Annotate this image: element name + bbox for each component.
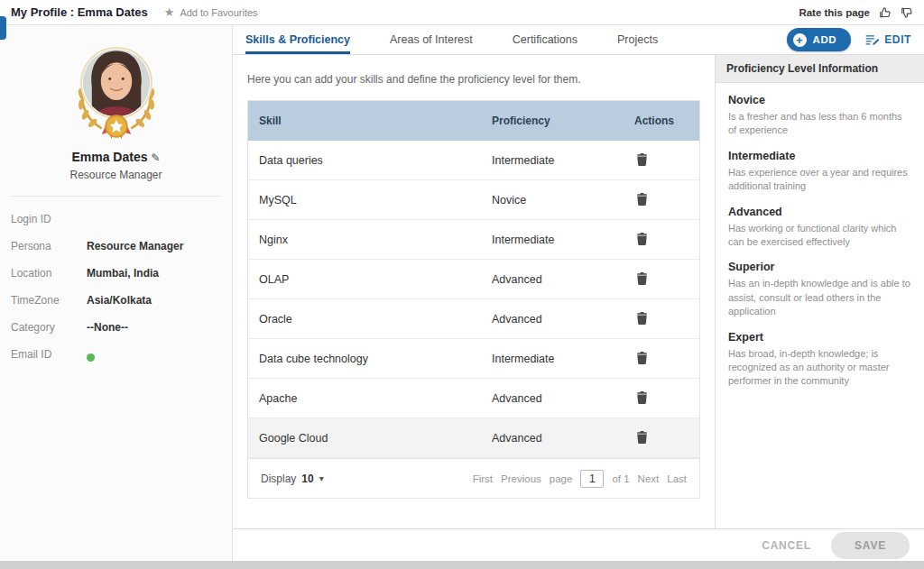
table-row: Data cube technology Intermediate (248, 339, 699, 379)
plus-icon: + (793, 33, 807, 47)
skill-name: Google Cloud (248, 432, 481, 445)
chevron-down-icon: ▾ (319, 473, 324, 483)
add-to-favourites-button[interactable]: ★ Add to Favourites (164, 6, 258, 18)
topbar: My Profile : Emma Dates ★ Add to Favouri… (0, 0, 924, 25)
skill-name: MySQL (248, 194, 481, 206)
field-label: Persona (11, 240, 87, 252)
profile-field-timezone: TimeZone Asia/Kolkata (0, 294, 232, 307)
add-button[interactable]: + ADD (787, 28, 852, 51)
proficiency-info-panel: Proficiency Level Information Novice Is … (715, 55, 924, 528)
skill-name: Data queries (248, 154, 481, 167)
profile-field-email: Email ID (0, 348, 232, 362)
field-label: TimeZone (11, 294, 87, 307)
skill-proficiency: Intermediate (481, 154, 624, 167)
skill-proficiency: Advanced (481, 313, 624, 326)
side-drawer-handle[interactable] (0, 16, 6, 40)
delete-skill-button[interactable] (634, 191, 650, 207)
tab-areas-of-interest[interactable]: Areas of Interest (390, 25, 473, 54)
tab-skills-proficiency[interactable]: Skills & Proficiency (245, 25, 350, 54)
table-row: Nginx Intermediate (248, 220, 699, 260)
edit-button[interactable]: EDIT (865, 33, 911, 46)
page-number-input[interactable] (580, 470, 604, 488)
skill-proficiency: Advanced (481, 392, 624, 405)
thumbs-down-icon[interactable] (901, 6, 913, 19)
skill-name: OLAP (248, 273, 481, 286)
field-label: Login ID (11, 213, 87, 225)
skills-table: Skill Proficiency Actions Data queries I… (247, 100, 700, 499)
skill-proficiency: Intermediate (481, 234, 624, 246)
delete-skill-button[interactable] (634, 390, 650, 406)
delete-skill-button[interactable] (634, 271, 650, 287)
trash-icon (636, 431, 648, 444)
delete-skill-button[interactable] (634, 151, 650, 168)
tab-bar: Skills & Proficiency Areas of Interest C… (233, 25, 924, 55)
profile-field-category: Category --None-- (0, 321, 232, 334)
skill-proficiency: Advanced (481, 273, 624, 286)
skill-name: Oracle (248, 313, 481, 326)
profile-role: Resource Manager (0, 169, 232, 181)
delete-skill-button[interactable] (634, 310, 650, 326)
avatar (63, 38, 170, 146)
skill-name: Data cube technology (248, 353, 481, 365)
field-value: Mumbai, India (87, 267, 159, 280)
table-row: Data queries Intermediate (248, 141, 699, 180)
edit-name-icon[interactable]: ✎ (151, 151, 160, 164)
favourites-label: Add to Favourites (180, 7, 257, 18)
presence-dot (87, 353, 95, 362)
page-size-dropdown[interactable]: Display 10 ▾ (261, 473, 324, 485)
delete-skill-button[interactable] (634, 429, 650, 445)
field-value: Resource Manager (87, 240, 183, 252)
skill-name: Nginx (248, 234, 481, 246)
trash-icon (636, 312, 648, 325)
field-label: Location (11, 267, 87, 280)
page-label: page (550, 473, 573, 484)
skill-proficiency: Advanced (481, 432, 624, 445)
next-page-link[interactable]: Next (638, 473, 660, 484)
main-area: Skills & Proficiency Areas of Interest C… (233, 25, 924, 561)
profile-panel: Emma Dates✎ Resource Manager Login ID Pe… (0, 25, 233, 561)
of-total-label: of 1 (612, 473, 629, 484)
form-footer: CANCEL SAVE (233, 528, 924, 561)
level-intermediate: Intermediate Has experience over a year … (728, 150, 911, 194)
info-panel-title: Proficiency Level Information (716, 55, 924, 83)
table-row: Google Cloud Advanced (248, 418, 699, 458)
delete-skill-button[interactable] (634, 231, 650, 247)
save-button[interactable]: SAVE (831, 532, 910, 559)
field-label: Category (11, 321, 87, 334)
star-icon: ★ (164, 6, 175, 18)
trash-icon (636, 391, 648, 404)
delete-skill-button[interactable] (634, 350, 650, 366)
cancel-button[interactable]: CANCEL (762, 539, 811, 552)
trash-icon (636, 153, 648, 166)
level-advanced: Advanced Has working or functional clari… (728, 206, 911, 250)
rate-this-page-label: Rate this page (799, 7, 870, 18)
table-row: OLAP Advanced (248, 260, 699, 299)
profile-field-location: Location Mumbai, India (0, 267, 232, 280)
field-value: --None-- (87, 321, 128, 334)
trash-icon (636, 272, 648, 285)
first-page-link[interactable]: First (473, 473, 493, 484)
app-window: My Profile : Emma Dates ★ Add to Favouri… (0, 0, 924, 561)
last-page-link[interactable]: Last (667, 473, 687, 484)
level-novice: Novice Is a fresher and has less than 6 … (728, 94, 911, 138)
trash-icon (636, 193, 648, 206)
table-row: Oracle Advanced (248, 299, 699, 339)
thumbs-up-icon[interactable] (879, 6, 892, 19)
trash-icon (636, 233, 648, 245)
level-expert: Expert Has broad, in-depth knowledge; is… (728, 331, 911, 389)
skills-section: Here you can add your skills and define … (233, 55, 715, 528)
pagination-bar: Display 10 ▾ First Previous page of 1 Ne… (248, 458, 699, 498)
skill-proficiency: Novice (481, 194, 624, 206)
previous-page-link[interactable]: Previous (501, 473, 541, 484)
column-skill: Skill (248, 115, 481, 127)
tab-certifications[interactable]: Certifications (513, 25, 578, 54)
table-row: MySQL Novice (248, 180, 699, 220)
profile-field-persona: Persona Resource Manager (0, 240, 232, 252)
tab-projects[interactable]: Projects (617, 25, 658, 54)
column-proficiency: Proficiency (481, 115, 624, 127)
field-value: Asia/Kolkata (87, 294, 152, 307)
skills-description: Here you can add your skills and define … (247, 73, 700, 86)
table-row: Apache Advanced (248, 379, 699, 418)
divider (11, 196, 221, 197)
skill-proficiency: Intermediate (481, 353, 624, 365)
